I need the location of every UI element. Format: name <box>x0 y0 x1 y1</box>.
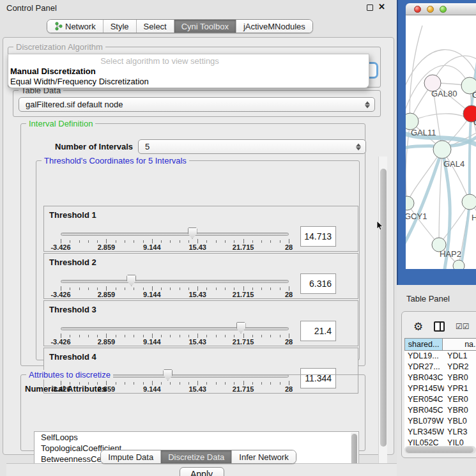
minor-tick <box>225 288 226 290</box>
minor-tick <box>234 240 234 243</box>
table-row[interactable]: YBL079WYBL0 <box>404 416 476 427</box>
checkbox-filter-icons[interactable]: ☑☑ <box>456 322 470 331</box>
threshold-value-field[interactable]: 21.4 <box>300 321 336 341</box>
minor-tick <box>143 335 144 337</box>
algorithm-option[interactable]: Equal Width/Frequency Discretization <box>10 77 149 86</box>
float-window-icon[interactable] <box>367 4 373 11</box>
table-cell: YPR1 <box>444 383 476 394</box>
slider-track[interactable] <box>61 327 289 330</box>
gear-icon[interactable]: ⚙ <box>413 320 423 334</box>
network-edge-highlighted[interactable] <box>461 202 470 269</box>
threshold-value-field[interactable]: 14.713 <box>300 226 336 247</box>
scrollbar-thumb[interactable] <box>380 169 387 447</box>
tick-label: 21.715 <box>233 291 254 298</box>
table-cell: YER054C <box>404 394 444 405</box>
table-cell: YBR043C <box>404 372 444 383</box>
minor-tick <box>252 240 253 243</box>
major-tick <box>106 286 107 291</box>
network-canvas[interactable]: GAL80G.CGAL11GAL4GCY1HHAP2 <box>406 15 476 269</box>
combo-spinner-icon <box>356 143 361 150</box>
minor-tick <box>88 335 89 337</box>
table-column-header[interactable]: na... <box>443 338 476 351</box>
numerical-attributes-label: Numerical Attributes <box>25 384 106 394</box>
algorithm-option[interactable]: Manual Discretization <box>10 66 96 76</box>
table-row[interactable]: YDL19...YDL1 <box>404 351 476 362</box>
network-icon <box>54 22 63 31</box>
table-horizontal-scrollbar[interactable] <box>404 446 476 454</box>
network-edge[interactable] <box>407 203 439 245</box>
minor-tick <box>280 288 280 290</box>
threshold-panel-2: Threshold 2-3.4262.8599.14415.4321.71528… <box>43 253 358 299</box>
bottom-tab-impute-data[interactable]: Impute Data <box>101 450 160 463</box>
minor-tick <box>261 240 262 243</box>
minor-tick <box>70 240 70 243</box>
tick-label: 2.859 <box>98 291 116 298</box>
table-row[interactable]: YLR345WYLR3 <box>404 427 476 438</box>
table-cell: YDR27... <box>404 362 444 372</box>
apply-button[interactable]: Apply <box>180 467 224 476</box>
column-layout-icon[interactable] <box>434 321 445 332</box>
slider-thumb[interactable] <box>127 275 136 286</box>
control-panel-titlebar: Control Panel ✕ <box>0 0 397 15</box>
slider-track[interactable] <box>61 280 289 283</box>
minor-tick <box>116 288 116 290</box>
minor-tick <box>270 288 271 290</box>
network-window-titlebar <box>406 3 476 15</box>
table-row[interactable]: YER054CYER0 <box>404 394 476 405</box>
minor-tick <box>170 288 171 290</box>
tab-cyni-toolbox[interactable]: Cyni Toolbox <box>174 20 236 33</box>
number-of-intervals-combobox[interactable]: 5 <box>138 139 366 154</box>
bottom-tab-label: Infer Network <box>239 452 288 462</box>
tab-select[interactable]: Select <box>136 20 174 33</box>
bottom-tab-bar: Impute DataDiscretize DataInfer Network <box>100 450 296 464</box>
minor-tick <box>116 335 116 337</box>
combo-spinner-icon <box>365 101 370 108</box>
tab-label: jActiveMNodules <box>243 22 305 31</box>
minor-tick <box>206 240 207 243</box>
mouse-cursor <box>376 221 384 231</box>
minor-tick <box>88 240 89 243</box>
close-icon[interactable]: ✕ <box>378 2 385 12</box>
minimize-traffic-light-icon[interactable] <box>427 6 434 13</box>
minor-tick <box>125 288 125 290</box>
zoom-traffic-light-icon[interactable] <box>440 6 447 13</box>
h-node[interactable] <box>462 194 476 210</box>
network-view-window[interactable]: GAL80G.CGAL11GAL4GCY1HHAP2 <box>397 0 476 285</box>
panel-vertical-scrollbar[interactable] <box>378 157 387 463</box>
node-label: H <box>472 213 476 222</box>
threshold-label: Threshold 2 <box>49 257 96 267</box>
table-cell: YDL1 <box>444 351 476 362</box>
slider-thumb[interactable] <box>188 227 197 239</box>
threshold-value-field[interactable]: 6.316 <box>300 273 336 294</box>
slider-thumb[interactable] <box>236 322 246 334</box>
attribute-list-item[interactable]: SelfLoops <box>35 432 358 443</box>
gcy1-node[interactable] <box>406 196 414 210</box>
gal4-node[interactable] <box>433 141 451 158</box>
table-row[interactable]: YBR045CYBR0 <box>404 405 476 416</box>
minor-tick <box>79 240 80 243</box>
network-edge[interactable] <box>439 150 442 245</box>
bottom-node[interactable] <box>453 260 464 269</box>
table-row[interactable]: YPR145WYPR1 <box>404 383 476 394</box>
close-traffic-light-icon[interactable] <box>414 6 421 13</box>
major-tick <box>197 334 198 338</box>
tab-jactivemnodules[interactable]: jActiveMNodules <box>236 20 312 33</box>
hscroll-thumb[interactable] <box>406 447 473 453</box>
tick-label: -3.426 <box>50 243 70 251</box>
bottom-tab-infer-network[interactable]: Infer Network <box>231 450 295 463</box>
table-data-combobox[interactable]: galFiltered.sif default node <box>19 97 375 112</box>
table-row[interactable]: YDR27...YDR2 <box>404 362 476 372</box>
slider-track[interactable] <box>61 233 289 236</box>
tab-label: Select <box>144 22 167 31</box>
table-column-header[interactable]: shared... <box>404 338 443 351</box>
major-tick <box>289 334 289 338</box>
minor-tick <box>134 288 134 290</box>
tab-network[interactable]: Network <box>47 20 103 33</box>
bottom-tab-discretize-data[interactable]: Discretize Data <box>160 450 231 463</box>
attributes-list-scrollbar[interactable] <box>351 433 358 464</box>
minor-tick <box>216 288 217 290</box>
node-label: G. <box>472 90 476 100</box>
table-row[interactable]: YBR043CYBR0 <box>404 372 476 383</box>
algorithm-popup-placeholder: Select algorithm to view settings <box>8 56 369 66</box>
tab-style[interactable]: Style <box>103 20 136 33</box>
